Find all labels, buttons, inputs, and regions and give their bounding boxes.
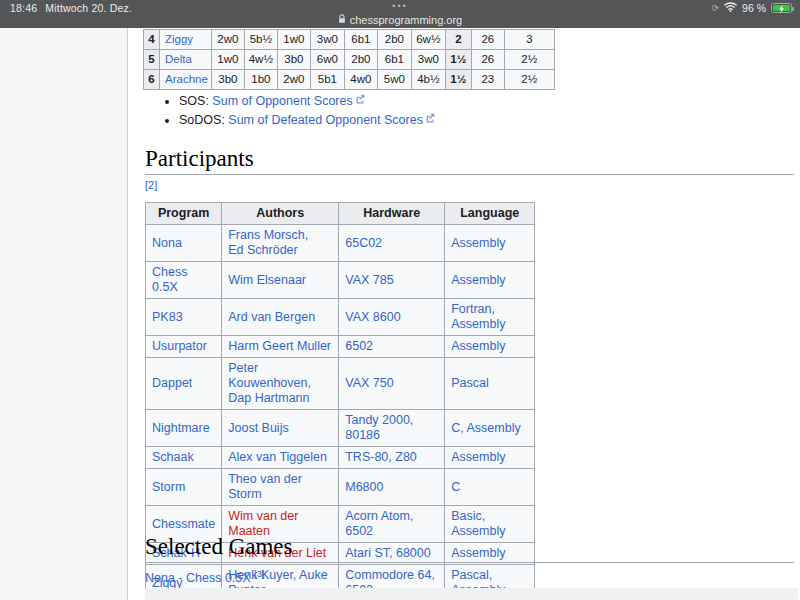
article-content: 4Ziggy2w05b½1w03w06b12b06w½22635Delta1w0… — [128, 28, 800, 600]
author-link[interactable]: Peter Kouwenhoven, — [228, 361, 311, 390]
participants-heading: Participants — [145, 146, 794, 175]
round-result-cell: 6w0 — [310, 50, 344, 70]
battery-icon — [771, 3, 792, 13]
program-link[interactable]: Chess 0.5X — [152, 265, 187, 294]
language-link[interactable]: Assembly — [451, 236, 505, 250]
sos-cell: 23 — [471, 70, 504, 90]
round-result-cell: 3w0 — [310, 30, 344, 50]
author-link[interactable]: Harm Geert Muller — [228, 339, 331, 353]
author-link[interactable]: Ed Schröder — [228, 243, 297, 257]
author-link[interactable]: Ard van Bergen — [228, 310, 315, 324]
column-header: Language — [445, 203, 535, 225]
round-result-cell: 6b1 — [377, 50, 411, 70]
round-result-cell: 3b0 — [277, 50, 310, 70]
legend-abbr: SOS: — [179, 94, 212, 108]
language-link[interactable]: Assembly — [451, 450, 505, 464]
reference-link-2[interactable]: [2] — [145, 179, 157, 191]
wiki-sidebar-area — [0, 28, 128, 600]
round-result-cell: 4w0 — [344, 70, 377, 90]
program-cell: Dappet — [146, 358, 222, 410]
hardware-link[interactable]: VAX 8600 — [345, 310, 400, 324]
round-result-cell: 5b½ — [244, 30, 277, 50]
language-cell: Pascal — [445, 358, 535, 410]
author-link[interactable]: Dap Hartmann — [228, 391, 309, 405]
author-link[interactable]: Theo van der Storm — [228, 472, 302, 501]
program-link[interactable]: Schaak — [152, 450, 194, 464]
legend-link[interactable]: Sum of Defeated Opponent Scores — [228, 113, 435, 127]
author-link[interactable]: Frans Morsch, — [228, 228, 308, 242]
authors-cell: Peter Kouwenhoven,Dap Hartmann — [222, 358, 339, 410]
round-result-cell: 3w0 — [411, 50, 445, 70]
battery-percent: 96 % — [742, 2, 766, 14]
program-cell: Delta — [160, 50, 212, 70]
hardware-cell: VAX 8600 — [339, 299, 445, 336]
hardware-link[interactable]: VAX 785 — [345, 273, 393, 287]
address-bar-url[interactable]: chessprogramming.org — [350, 14, 463, 26]
authors-cell: Frans Morsch,Ed Schröder — [222, 225, 339, 262]
participant-row: PK83Ard van BergenVAX 8600Fortran, Assem… — [146, 299, 535, 336]
program-cell: Storm — [146, 469, 222, 506]
hardware-link[interactable]: Tandy 2000, 80186 — [345, 413, 413, 442]
standings-row: 6Arachne3b01b02w05b14w05w04b½1½232½ — [144, 70, 555, 90]
program-link[interactable]: Ziggy — [165, 33, 193, 45]
sodos-cell: 3 — [504, 30, 554, 50]
language-link[interactable]: C, Assembly — [451, 421, 520, 435]
author-link[interactable]: Joost Buijs — [228, 421, 288, 435]
language-link[interactable]: Pascal — [451, 376, 489, 390]
hardware-cell: Tandy 2000, 80186 — [339, 410, 445, 447]
language-link[interactable]: Fortran, Assembly — [451, 302, 505, 331]
program-link[interactable]: Usurpator — [152, 339, 207, 353]
program-cell: Ziggy — [160, 30, 212, 50]
program-cell: Arachne — [160, 70, 212, 90]
program-link[interactable]: Arachne — [165, 73, 208, 85]
hardware-cell: 65C02 — [339, 225, 445, 262]
reference-link-3[interactable]: [3] — [254, 568, 265, 579]
participant-row: UsurpatorHarm Geert Muller6502Assembly — [146, 336, 535, 358]
language-link[interactable]: Assembly — [451, 273, 505, 287]
round-result-cell: 1b0 — [244, 70, 277, 90]
program-link[interactable]: Delta — [165, 53, 192, 65]
tab-overview-button[interactable]: ••• — [392, 1, 407, 11]
rank-cell: 5 — [144, 50, 160, 70]
column-header: Program — [146, 203, 222, 225]
hardware-cell: TRS-80, Z80 — [339, 447, 445, 469]
hardware-cell: VAX 750 — [339, 358, 445, 410]
author-link[interactable]: Wim Elsenaar — [228, 273, 306, 287]
score-cell: 2 — [445, 30, 471, 50]
program-link[interactable]: Dappet — [152, 376, 192, 390]
round-result-cell: 4b½ — [411, 70, 445, 90]
legend-link[interactable]: Sum of Opponent Scores — [212, 94, 364, 108]
game-link[interactable]: Nona - Chess 0.5X — [145, 571, 251, 585]
hardware-link[interactable]: VAX 750 — [345, 376, 393, 390]
author-link[interactable]: Alex van Tiggelen — [228, 450, 327, 464]
participant-row: NightmareJoost BuijsTandy 2000, 80186C, … — [146, 410, 535, 447]
hardware-link[interactable]: M6800 — [345, 480, 383, 494]
language-link[interactable]: Assembly — [451, 339, 505, 353]
sodos-cell: 2½ — [504, 70, 554, 90]
sos-cell: 26 — [471, 50, 504, 70]
program-link[interactable]: Storm — [152, 480, 185, 494]
legend-item: SOS: Sum of Opponent Scores — [179, 92, 435, 111]
language-link[interactable]: C — [451, 480, 460, 494]
sodos-cell: 2½ — [504, 50, 554, 70]
program-link[interactable]: Nona — [152, 236, 182, 250]
participant-row: DappetPeter Kouwenhoven,Dap HartmannVAX … — [146, 358, 535, 410]
rank-cell: 6 — [144, 70, 160, 90]
program-link[interactable]: Chessmate — [152, 517, 215, 531]
standings-table: 4Ziggy2w05b½1w03w06b12b06w½22635Delta1w0… — [143, 29, 555, 90]
wifi-icon — [724, 2, 737, 14]
participant-row: NonaFrans Morsch,Ed Schröder65C02Assembl… — [146, 225, 535, 262]
hardware-link[interactable]: TRS-80, Z80 — [345, 450, 417, 464]
clock: 18:46 — [10, 2, 37, 14]
round-result-cell: 5b1 — [310, 70, 344, 90]
external-link-icon — [355, 94, 365, 104]
program-link[interactable]: Nightmare — [152, 421, 210, 435]
round-result-cell: 6w½ — [411, 30, 445, 50]
external-link-icon — [425, 113, 435, 123]
column-header: Hardware — [339, 203, 445, 225]
hardware-link[interactable]: 6502 — [345, 339, 373, 353]
selected-game-line: Nona - Chess 0.5X [3] — [145, 568, 265, 585]
program-link[interactable]: PK83 — [152, 310, 183, 324]
hardware-link[interactable]: 65C02 — [345, 236, 382, 250]
legend-abbr: SoDOS: — [179, 113, 228, 127]
